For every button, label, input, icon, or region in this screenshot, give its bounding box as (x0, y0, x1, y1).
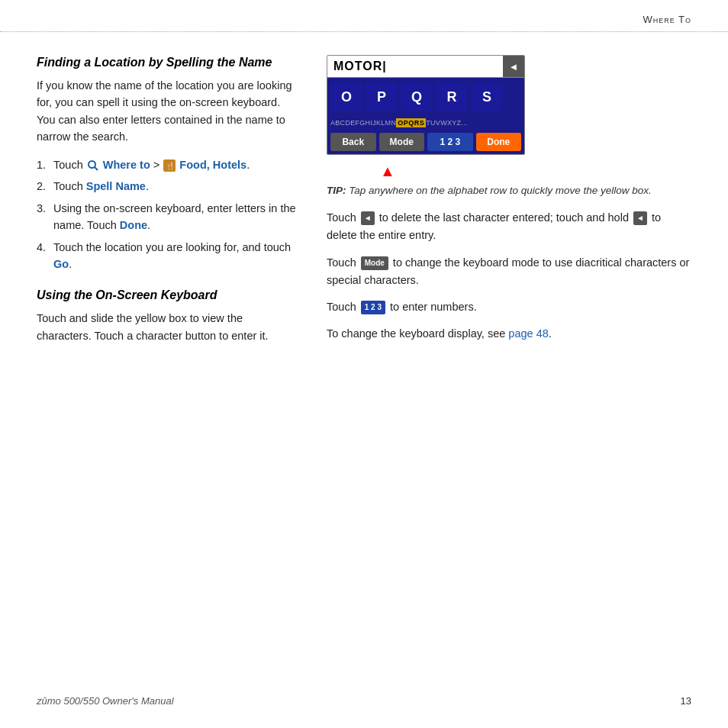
step-1-num: 1. (37, 156, 53, 173)
step-2-content: Touch Spell Name. (53, 178, 296, 195)
step-4-content: Touch the location you are looking for, … (53, 239, 296, 273)
body-para-4: To change the keyboard display, see page… (327, 325, 691, 343)
kbd-yellow-box: OPQRS (396, 118, 426, 127)
steps-list: 1. Touch Where to > 🍴 (37, 156, 296, 273)
inline-mode-btn[interactable]: Mode (361, 256, 388, 270)
section1-body: If you know the name of the location you… (37, 77, 296, 146)
section2-body: Touch and slide the yellow box to view t… (37, 310, 296, 344)
section-finding-location: Finding a Location by Spelling the Name … (37, 55, 296, 272)
left-column: Finding a Location by Spelling the Name … (37, 55, 296, 355)
kbd-done-button[interactable]: Done (476, 133, 522, 151)
done-link[interactable]: Done (120, 219, 147, 231)
kbd-letter-R[interactable]: R (436, 82, 468, 111)
page-header: Where To (0, 0, 728, 32)
inline-backspace-btn-1[interactable]: ◄ (361, 211, 375, 225)
kbd-letters-row: O P Q R S (327, 78, 524, 116)
body-para-1: Touch ◄ to delete the last character ent… (327, 209, 691, 244)
step-1-content: Touch Where to > 🍴 Food, Hotel (53, 156, 296, 173)
step-2: 2. Touch Spell Name. (37, 178, 296, 195)
section2-title: Using the On-Screen Keyboard (37, 288, 296, 304)
kbd-letter-O[interactable]: O (330, 82, 362, 111)
tip-label: TIP: (327, 185, 346, 196)
step-4: 4. Touch the location you are looking fo… (37, 239, 296, 273)
kbd-back-button[interactable]: Back (330, 133, 376, 151)
step-3: 3. Using the on-screen keyboard, enter l… (37, 200, 296, 234)
kbd-backspace-button[interactable]: ◄ (503, 56, 524, 77)
kbd-alpha-after: TUVWXYZ... (426, 119, 468, 127)
inline-backspace-btn-2[interactable]: ◄ (633, 211, 647, 225)
section1-title: Finding a Location by Spelling the Name (37, 55, 296, 71)
kbd-mode-button[interactable]: Mode (379, 133, 425, 151)
kbd-123-button[interactable]: 1 2 3 (427, 133, 473, 151)
food-hotels-link[interactable]: Food, Hotels (179, 159, 246, 171)
svg-line-1 (95, 167, 98, 170)
svg-text:🍴: 🍴 (166, 161, 176, 171)
step-3-num: 3. (37, 200, 53, 217)
kbd-alphabet-row[interactable]: ABCDEFGHIJKLMNOPQRSTUVWXYZ... (327, 116, 524, 130)
kbd-input-field[interactable]: MOTOR| (327, 56, 503, 77)
go-link[interactable]: Go (53, 258, 69, 270)
kbd-input-row: MOTOR| ◄ (327, 56, 524, 78)
kbd-letter-S[interactable]: S (471, 82, 503, 111)
where-to-link[interactable]: Where to (103, 159, 150, 171)
tip-text: Tap anywhere on the alphabet row to quic… (349, 185, 651, 196)
kbd-alpha-before: ABCDEFGHIJKLMN (330, 119, 396, 127)
inline-123-btn[interactable]: 1 2 3 (361, 301, 385, 314)
page-footer: zūmo 500/550 Owner's Manual 13 (0, 695, 728, 707)
svg-point-0 (89, 161, 95, 168)
spell-name-link[interactable]: Spell Name (86, 180, 146, 192)
body-para-3: Touch 1 2 3 to enter numbers. (327, 298, 691, 316)
footer-manual-title: zūmo 500/550 Owner's Manual (37, 695, 174, 707)
tip-block: TIP: Tap anywhere on the alphabet row to… (327, 183, 691, 198)
search-icon (87, 159, 99, 172)
step-4-num: 4. (37, 239, 53, 256)
body-para-2: Touch Mode to change the keyboard mode t… (327, 254, 691, 289)
red-arrow-icon: ▲ (380, 163, 395, 180)
content-area: Finding a Location by Spelling the Name … (0, 32, 728, 355)
right-column: MOTOR| ◄ O P Q R S ABCDEFGHIJKLMNOPQRSTU… (327, 55, 691, 355)
section-onscreen-keyboard: Using the On-Screen Keyboard Touch and s… (37, 288, 296, 344)
kbd-letter-Q[interactable]: Q (401, 82, 433, 111)
kbd-bottom-row: Back Mode 1 2 3 Done (327, 130, 524, 154)
red-arrow-container: ▲ (327, 163, 691, 180)
page-container: Where To Finding a Location by Spelling … (0, 0, 728, 728)
header-title: Where To (643, 14, 691, 25)
step-2-num: 2. (37, 178, 53, 195)
step-3-content: Using the on-screen keyboard, enter lett… (53, 200, 296, 234)
kbd-letter-P[interactable]: P (366, 82, 398, 111)
food-icon: 🍴 (163, 159, 176, 172)
step-1: 1. Touch Where to > 🍴 (37, 156, 296, 173)
page-48-link[interactable]: page 48 (508, 327, 548, 340)
footer-page-number: 13 (681, 695, 691, 707)
keyboard-screenshot: MOTOR| ◄ O P Q R S ABCDEFGHIJKLMNOPQRSTU… (327, 55, 525, 155)
